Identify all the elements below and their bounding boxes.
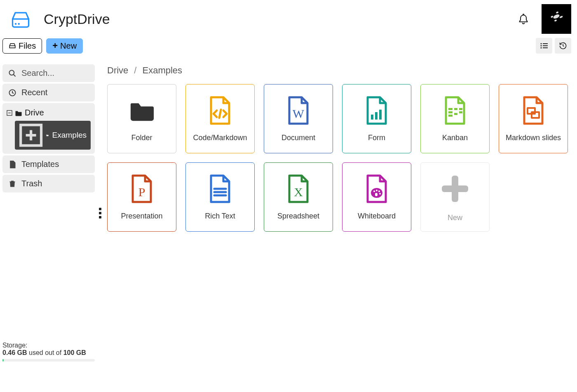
svg-line-16 — [14, 74, 16, 76]
tile-label: Folder — [131, 134, 152, 142]
tile-label: Presentation — [121, 212, 162, 221]
sidebar-item-label: Trash — [21, 179, 42, 188]
app-title: CryptDrive — [44, 11, 518, 27]
svg-rect-27 — [371, 115, 373, 120]
new-button[interactable]: + New — [46, 38, 83, 54]
tile-document[interactable]: W Document — [264, 84, 333, 153]
folder-open-icon — [46, 132, 49, 138]
svg-rect-33 — [454, 108, 457, 110]
drive-app-icon — [10, 10, 31, 28]
tree-item-drive[interactable]: Drive — [7, 107, 91, 118]
tile-spreadsheet[interactable]: X Spreadsheet — [264, 162, 333, 232]
notifications-icon[interactable] — [518, 13, 529, 25]
breadcrumb-current[interactable]: Examples — [142, 65, 182, 76]
tile-whiteboard[interactable]: Whiteboard — [342, 162, 411, 232]
svg-rect-30 — [448, 108, 453, 110]
clock-icon — [8, 89, 16, 97]
svg-text:W: W — [293, 107, 305, 120]
storage-title: Storage: — [2, 342, 95, 349]
tile-kanban[interactable]: Kanban — [420, 84, 490, 153]
storage-used: 0.46 GB — [2, 349, 27, 356]
storage-indicator: Storage: 0.46 GB used out of 100 GB — [2, 342, 95, 361]
svg-rect-31 — [448, 111, 453, 113]
main-panel: Drive / Examples Folder Code/Markdown W … — [97, 64, 577, 232]
svg-rect-51 — [442, 185, 468, 192]
storage-mid: used out of — [27, 349, 63, 356]
tile-label: Code/Markdown — [193, 134, 247, 142]
tree-item-label: Examples — [52, 131, 87, 140]
list-view-button[interactable] — [536, 38, 552, 54]
history-button[interactable] — [555, 38, 571, 54]
storage-bar — [2, 359, 95, 361]
svg-rect-14 — [543, 47, 548, 48]
search-icon — [8, 69, 16, 77]
tile-label: Form — [368, 134, 385, 142]
tile-form[interactable]: Form — [342, 84, 411, 153]
collapse-icon[interactable] — [7, 110, 12, 116]
svg-text:P: P — [138, 185, 145, 199]
tile-code[interactable]: Code/Markdown — [185, 84, 255, 153]
svg-point-9 — [540, 43, 542, 44]
expand-icon[interactable] — [19, 123, 43, 147]
svg-rect-12 — [543, 45, 548, 46]
tree-item-label: Drive — [25, 108, 44, 117]
svg-text:X: X — [294, 185, 303, 199]
sidebar: Search... Recent Drive Examples Template… — [0, 64, 97, 232]
files-button[interactable]: Files — [2, 38, 42, 54]
tile-label: Kanban — [442, 134, 468, 142]
storage-bar-fill — [2, 359, 4, 361]
tile-rich-text[interactable]: Rich Text — [185, 162, 255, 232]
tile-presentation[interactable]: P Presentation — [107, 162, 176, 232]
top-bar: CryptDrive — [0, 0, 577, 38]
user-avatar[interactable] — [542, 4, 571, 34]
template-icon — [8, 160, 16, 169]
tile-new[interactable]: New — [420, 162, 490, 232]
tree-item-examples[interactable]: Examples — [15, 121, 91, 150]
tile-label: Document — [281, 134, 315, 142]
sidebar-item-recent[interactable]: Recent — [2, 84, 95, 101]
search-placeholder: Search... — [21, 68, 54, 78]
breadcrumb-separator: / — [134, 65, 136, 76]
svg-point-47 — [378, 190, 380, 192]
slides-file-icon — [521, 96, 546, 125]
list-icon — [540, 42, 548, 49]
sidebar-resize-handle[interactable] — [99, 208, 101, 218]
svg-point-45 — [373, 190, 375, 192]
new-button-label: New — [60, 41, 77, 51]
files-button-label: Files — [19, 41, 36, 51]
plus-icon: + — [52, 42, 58, 49]
drive-small-icon — [9, 42, 16, 49]
tile-label: Whiteboard — [358, 212, 396, 221]
svg-point-48 — [379, 193, 381, 195]
svg-point-13 — [540, 47, 542, 48]
tile-folder[interactable]: Folder — [107, 84, 176, 153]
svg-point-46 — [376, 190, 378, 191]
svg-point-1 — [15, 23, 16, 25]
svg-rect-28 — [375, 112, 378, 120]
storage-total: 100 GB — [63, 349, 86, 356]
folder-solid-icon — [15, 110, 22, 116]
svg-point-15 — [9, 70, 14, 75]
plus-large-icon — [439, 172, 471, 205]
kanban-file-icon — [442, 96, 468, 125]
svg-point-11 — [540, 45, 542, 46]
breadcrumb-root[interactable]: Drive — [107, 65, 128, 76]
svg-point-2 — [18, 23, 20, 25]
sidebar-item-trash[interactable]: Trash — [2, 175, 95, 192]
tile-label: Markdown slides — [506, 134, 561, 142]
folder-icon — [129, 96, 155, 125]
svg-rect-36 — [459, 111, 462, 113]
svg-rect-3 — [542, 4, 571, 34]
svg-rect-32 — [448, 115, 453, 117]
breadcrumb: Drive / Examples — [107, 65, 569, 76]
sidebar-item-templates[interactable]: Templates — [2, 155, 95, 173]
toolbar: Files + New — [0, 38, 577, 54]
presentation-file-icon: P — [129, 174, 155, 204]
sidebar-item-label: Templates — [21, 160, 59, 169]
svg-rect-34 — [454, 113, 457, 115]
word-file-icon: W — [286, 96, 311, 125]
search-input[interactable]: Search... — [2, 64, 95, 82]
spreadsheet-file-icon: X — [286, 174, 311, 204]
tile-markdown-slides[interactable]: Markdown slides — [499, 84, 568, 153]
richtext-file-icon — [207, 174, 233, 204]
